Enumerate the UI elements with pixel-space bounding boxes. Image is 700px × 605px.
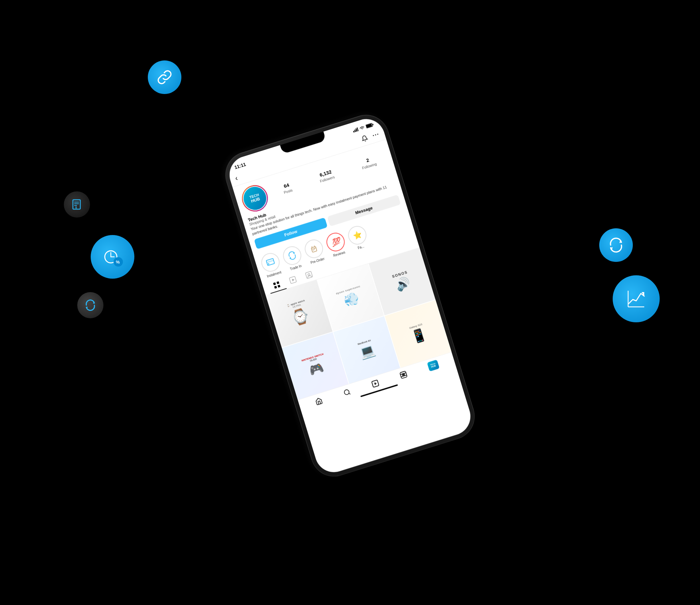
highlight-preorder[interactable]: Pre-Order <box>302 237 326 265</box>
bottom-nav-add[interactable] <box>371 379 380 389</box>
svg-rect-13 <box>353 131 354 133</box>
post-sonos-emoji: 🔊 <box>394 275 412 292</box>
receipt-icon: $ <box>64 191 90 217</box>
svg-text:$: $ <box>75 206 77 209</box>
phone-outer: 11:11 <box>220 109 480 482</box>
highlight-tradein-circle <box>281 244 304 267</box>
phone: 11:11 <box>220 109 480 482</box>
svg-rect-18 <box>366 124 372 128</box>
post-switch-emoji: 🎮 <box>307 360 325 378</box>
bottom-nav-home[interactable] <box>315 396 323 405</box>
signal-icon <box>352 127 358 133</box>
wifi-icon <box>359 125 365 131</box>
highlight-fav-label: Fa... <box>357 244 365 250</box>
svg-point-22 <box>268 263 269 265</box>
bottom-nav-search[interactable] <box>343 388 352 397</box>
highlight-reviews[interactable]: 💯 Reviews <box>324 230 348 258</box>
highlight-tradein[interactable]: Trade In <box>281 244 305 272</box>
phone-screen: 11:11 <box>225 114 475 477</box>
post-macbook-emoji: 💻 <box>358 342 377 361</box>
highlight-fav-circle: ⭐ <box>346 223 369 247</box>
svg-marker-29 <box>292 278 295 281</box>
chart-icon <box>612 275 660 322</box>
nav-actions: ··· <box>360 131 380 143</box>
svg-point-39 <box>403 374 404 375</box>
svg-point-31 <box>308 273 310 275</box>
svg-rect-14 <box>354 130 356 132</box>
refresh-icon <box>599 228 633 262</box>
bottom-nav-reels[interactable] <box>399 370 408 379</box>
sync-icon <box>77 292 103 318</box>
svg-rect-24 <box>273 282 276 285</box>
bottom-nav-shop[interactable]: TECH HUB <box>427 360 440 372</box>
link-icon <box>148 60 181 94</box>
clock-percent-icon: % <box>91 235 134 279</box>
stat-followers: 6,132 Followers <box>318 168 335 184</box>
svg-rect-30 <box>305 271 313 278</box>
back-button[interactable]: ‹ <box>234 174 239 183</box>
post-dyson-emoji: 💨 <box>342 290 361 309</box>
svg-rect-25 <box>276 281 279 284</box>
highlight-instalment-circle <box>259 251 282 274</box>
svg-point-32 <box>344 389 350 395</box>
scene: $ % <box>0 0 700 605</box>
avatar-inner: TECH HUB <box>241 184 269 213</box>
avatar: TECH HUB <box>239 182 271 215</box>
highlight-instalment[interactable]: Instalment <box>259 251 283 279</box>
bell-icon[interactable] <box>360 134 369 143</box>
highlight-reviews-circle: 💯 <box>324 230 347 254</box>
post-watch-emoji: ⌚ <box>289 306 311 328</box>
svg-rect-27 <box>277 285 280 288</box>
highlight-fav[interactable]: ⭐ Fa... <box>346 223 370 252</box>
svg-rect-26 <box>274 286 277 289</box>
svg-text:%: % <box>116 260 120 265</box>
stat-posts: 64 Posts <box>281 181 293 195</box>
svg-line-36 <box>374 383 377 384</box>
stat-posts-label: Posts <box>283 188 293 194</box>
stat-following: 2 Following <box>359 155 377 170</box>
more-icon[interactable]: ··· <box>372 131 380 139</box>
highlight-preorder-circle <box>302 237 325 260</box>
post-galaxy-emoji: 📱 <box>409 327 428 345</box>
svg-line-33 <box>349 393 350 394</box>
battery-icon <box>366 123 374 129</box>
